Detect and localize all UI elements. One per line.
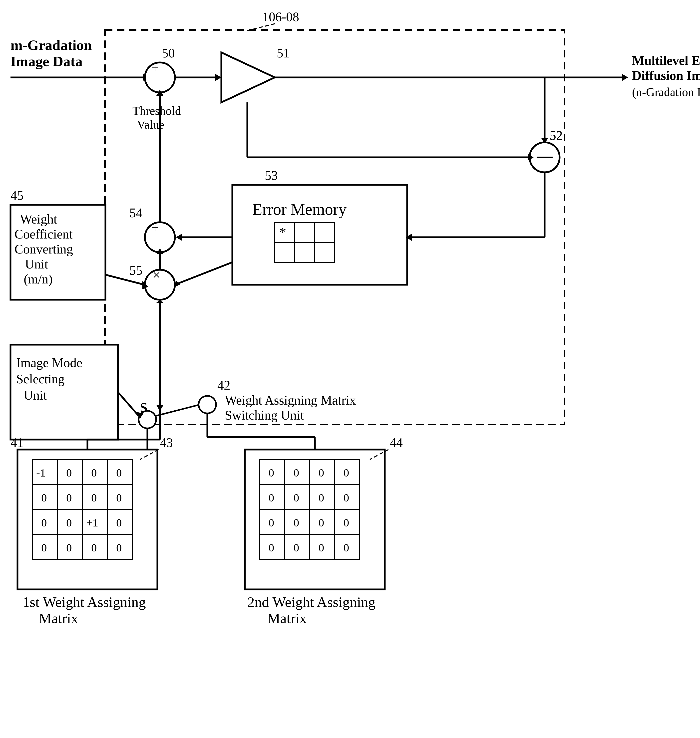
second-matrix-label: 2nd Weight Assigning	[247, 594, 375, 610]
svg-text:Switching Unit: Switching Unit	[225, 408, 304, 422]
svg-text:0: 0	[294, 541, 299, 554]
svg-text:0: 0	[116, 491, 122, 504]
switching-unit-label: Weight Assigning Matrix	[225, 393, 356, 407]
node-45: 45	[10, 188, 24, 203]
svg-point-5	[145, 62, 175, 93]
svg-rect-24	[275, 242, 295, 262]
svg-text:Matrix: Matrix	[39, 610, 78, 626]
node-53: 53	[265, 168, 278, 182]
svg-text:Coefficient: Coefficient	[15, 227, 73, 241]
svg-text:0: 0	[344, 516, 349, 529]
m-gradation-label2: Image Data	[10, 53, 82, 69]
image-mode-label: Image Mode	[16, 356, 82, 370]
svg-text:0: 0	[344, 491, 349, 504]
svg-text:*: *	[279, 225, 286, 240]
diagram: 106-08 m-Gradation Image Data + 50 51 Mu…	[0, 0, 700, 738]
svg-text:0: 0	[41, 541, 47, 554]
svg-text:0: 0	[319, 516, 324, 529]
svg-text:0: 0	[116, 516, 122, 529]
svg-text:0: 0	[269, 541, 274, 554]
svg-text:0: 0	[294, 466, 299, 479]
node-42: 42	[217, 378, 230, 393]
svg-text:0: 0	[269, 516, 274, 529]
svg-text:0: 0	[116, 541, 122, 554]
svg-text:0: 0	[66, 491, 72, 504]
weight-coeff-label: Weight	[20, 212, 57, 226]
svg-text:0: 0	[319, 541, 324, 554]
svg-text:-1: -1	[36, 466, 46, 479]
svg-text:0: 0	[41, 516, 47, 529]
svg-text:0: 0	[66, 541, 72, 554]
svg-text:Converting: Converting	[15, 242, 73, 256]
node-55: 55	[129, 263, 143, 278]
svg-text:0: 0	[319, 491, 324, 504]
node-43: 43	[160, 435, 173, 450]
svg-text:0: 0	[41, 491, 47, 504]
svg-text:0: 0	[269, 491, 274, 504]
m-gradation-label: m-Gradation	[10, 37, 92, 53]
multilevel-label3: (n-Gradation Image Data)	[632, 85, 700, 99]
svg-text:+1: +1	[86, 516, 98, 529]
svg-text:0: 0	[344, 466, 349, 479]
svg-rect-26	[315, 242, 335, 262]
svg-text:0: 0	[319, 466, 324, 479]
first-matrix-label: 1st Weight Assigning	[22, 594, 146, 610]
svg-rect-22	[295, 222, 315, 242]
svg-text:0: 0	[269, 466, 274, 479]
dashed-box-label: 106-08	[262, 10, 299, 24]
svg-text:Selecting: Selecting	[16, 372, 65, 386]
svg-rect-25	[295, 242, 315, 262]
svg-text:0: 0	[294, 491, 299, 504]
node-44: 44	[390, 435, 403, 450]
node-52: 52	[550, 128, 563, 143]
error-memory-label: Error Memory	[252, 200, 347, 218]
svg-text:Matrix: Matrix	[267, 610, 307, 626]
svg-text:0: 0	[91, 491, 97, 504]
svg-point-55	[199, 396, 216, 413]
svg-text:0: 0	[344, 541, 349, 554]
svg-text:0: 0	[116, 466, 122, 479]
node-41: 41	[10, 435, 24, 450]
node-54: 54	[129, 206, 143, 220]
svg-text:0: 0	[91, 466, 97, 479]
svg-rect-23	[315, 222, 335, 242]
svg-text:Unit: Unit	[24, 388, 47, 402]
svg-text:0: 0	[66, 466, 72, 479]
node-51: 51	[277, 46, 290, 60]
node-50: 50	[162, 46, 175, 60]
svg-text:(m/n): (m/n)	[24, 272, 53, 287]
multilevel-label: Multilevel Error	[632, 53, 700, 68]
svg-text:+: +	[151, 220, 159, 235]
svg-text:+: +	[151, 60, 159, 75]
svg-text:0: 0	[66, 516, 72, 529]
threshold-label: Threshold	[132, 104, 181, 118]
svg-point-32	[145, 222, 175, 252]
svg-text:Unit: Unit	[25, 257, 48, 271]
svg-text:0: 0	[294, 516, 299, 529]
multilevel-label2: Diffusion Image	[632, 68, 700, 83]
svg-text:0: 0	[91, 541, 97, 554]
